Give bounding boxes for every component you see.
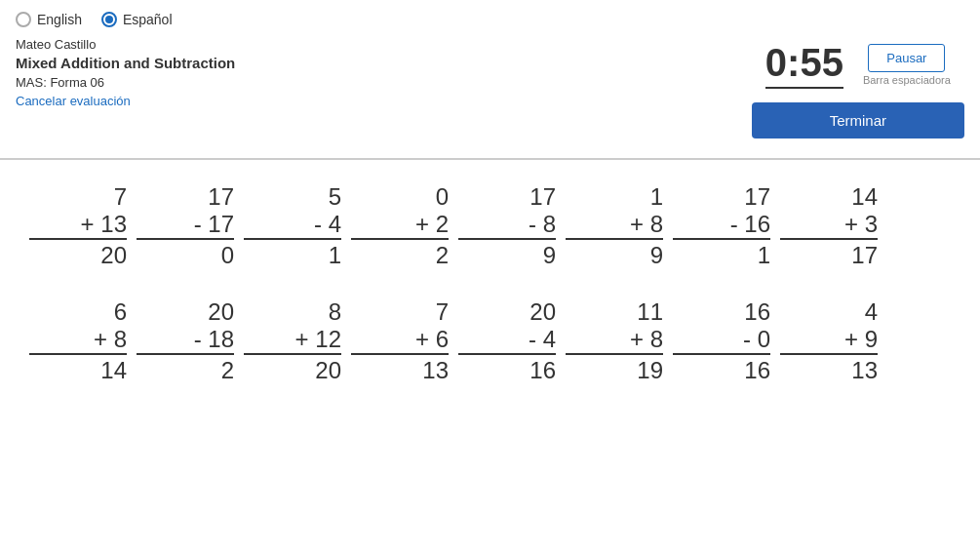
finish-button[interactable]: Terminar bbox=[752, 102, 964, 138]
problem-answer: 16 bbox=[673, 353, 770, 384]
problem-top: 4 bbox=[865, 298, 878, 326]
problem-answer: 0 bbox=[137, 238, 234, 269]
spacebar-hint: Barra espaciadora bbox=[863, 74, 951, 86]
problem-answer: 9 bbox=[458, 238, 556, 269]
problem-top: 20 bbox=[529, 298, 556, 326]
problem-answer: 14 bbox=[29, 353, 127, 384]
problem-2-3: 8+ 1220 bbox=[244, 298, 351, 384]
language-selector: English Español bbox=[16, 12, 964, 27]
cancel-evaluation-link[interactable]: Cancelar evaluación bbox=[16, 94, 235, 108]
timer-section: 0:55 Pausar Barra espaciadora Terminar bbox=[752, 41, 964, 146]
problem-bottom: + 9 bbox=[844, 326, 878, 353]
problem-2-8: 4+ 913 bbox=[780, 298, 887, 384]
problem-2-7: 16- 016 bbox=[673, 298, 780, 384]
problem-bottom: + 6 bbox=[415, 326, 449, 353]
problem-answer: 13 bbox=[351, 353, 449, 384]
lang-espanol[interactable]: Español bbox=[101, 12, 173, 27]
problems-row-2: 6+ 81420- 1828+ 12207+ 61320- 41611+ 819… bbox=[29, 298, 951, 384]
timer-pause-row: 0:55 Pausar Barra espaciadora bbox=[765, 41, 951, 89]
info-timer-row: Mateo Castillo Mixed Addition and Subtra… bbox=[16, 37, 964, 146]
problem-2-2: 20- 182 bbox=[137, 298, 244, 384]
problem-answer: 20 bbox=[29, 238, 127, 269]
test-title: Mixed Addition and Subtraction bbox=[16, 54, 235, 73]
problem-bottom: + 13 bbox=[81, 211, 127, 238]
problem-1-6: 1+ 89 bbox=[566, 183, 673, 269]
radio-espanol-inner bbox=[105, 16, 113, 23]
problem-top: 11 bbox=[637, 298, 663, 326]
timer-display: 0:55 bbox=[765, 41, 843, 89]
problem-answer: 17 bbox=[780, 238, 878, 269]
problem-answer: 1 bbox=[244, 238, 341, 269]
problem-bottom: - 4 bbox=[529, 326, 556, 353]
problem-1-7: 17- 161 bbox=[673, 183, 780, 269]
problem-answer: 20 bbox=[244, 353, 341, 384]
problem-answer: 9 bbox=[566, 238, 663, 269]
problem-bottom: + 8 bbox=[94, 326, 127, 353]
problem-top: 14 bbox=[851, 183, 878, 211]
problem-2-4: 7+ 613 bbox=[351, 298, 458, 384]
problem-bottom: - 4 bbox=[314, 211, 341, 238]
problems-row-1: 7+ 132017- 1705- 410+ 2217- 891+ 8917- 1… bbox=[29, 183, 951, 269]
problem-top: 7 bbox=[114, 183, 127, 211]
problem-1-4: 0+ 22 bbox=[351, 183, 458, 269]
problem-top: 1 bbox=[650, 183, 663, 211]
radio-english[interactable] bbox=[16, 12, 31, 27]
problem-top: 8 bbox=[329, 298, 341, 326]
problems-area: 7+ 132017- 1705- 410+ 2217- 891+ 8917- 1… bbox=[0, 160, 980, 437]
finish-row: Terminar bbox=[752, 102, 964, 146]
problem-answer: 1 bbox=[673, 238, 770, 269]
problem-top: 20 bbox=[208, 298, 234, 326]
test-form: MAS: Forma 06 bbox=[16, 75, 235, 90]
test-info: Mateo Castillo Mixed Addition and Subtra… bbox=[16, 37, 235, 108]
problem-answer: 2 bbox=[137, 353, 234, 384]
problem-1-2: 17- 170 bbox=[137, 183, 244, 269]
problem-answer: 13 bbox=[780, 353, 878, 384]
problem-bottom: - 18 bbox=[194, 326, 234, 353]
problem-top: 17 bbox=[744, 183, 770, 211]
problem-1-5: 17- 89 bbox=[458, 183, 566, 269]
problem-answer: 19 bbox=[566, 353, 663, 384]
problem-2-6: 11+ 819 bbox=[566, 298, 673, 384]
problem-top: 17 bbox=[529, 183, 556, 211]
problem-2-1: 6+ 814 bbox=[29, 298, 137, 384]
problem-bottom: + 3 bbox=[844, 211, 878, 238]
problem-bottom: - 16 bbox=[730, 211, 770, 238]
problem-bottom: + 12 bbox=[295, 326, 341, 353]
problem-top: 7 bbox=[436, 298, 449, 326]
student-name: Mateo Castillo bbox=[16, 37, 235, 52]
problem-top: 5 bbox=[329, 183, 341, 211]
problem-bottom: - 0 bbox=[743, 326, 770, 353]
problem-bottom: - 8 bbox=[529, 211, 556, 238]
problem-answer: 16 bbox=[458, 353, 556, 384]
problem-bottom: + 8 bbox=[630, 211, 663, 238]
problem-bottom: + 8 bbox=[630, 326, 663, 353]
problem-top: 16 bbox=[744, 298, 770, 326]
problem-bottom: + 2 bbox=[415, 211, 449, 238]
lang-espanol-label: Español bbox=[123, 12, 173, 27]
problem-2-5: 20- 416 bbox=[458, 298, 566, 384]
problem-top: 17 bbox=[208, 183, 234, 211]
pause-button[interactable]: Pausar bbox=[868, 44, 945, 72]
lang-english[interactable]: English bbox=[16, 12, 82, 27]
problem-top: 6 bbox=[114, 298, 127, 326]
lang-english-label: English bbox=[37, 12, 82, 27]
problem-top: 0 bbox=[436, 183, 449, 211]
problem-answer: 2 bbox=[351, 238, 449, 269]
problem-1-3: 5- 41 bbox=[244, 183, 351, 269]
problem-1-1: 7+ 1320 bbox=[29, 183, 137, 269]
problem-bottom: - 17 bbox=[194, 211, 234, 238]
problem-1-8: 14+ 317 bbox=[780, 183, 887, 269]
radio-espanol[interactable] bbox=[101, 12, 117, 27]
